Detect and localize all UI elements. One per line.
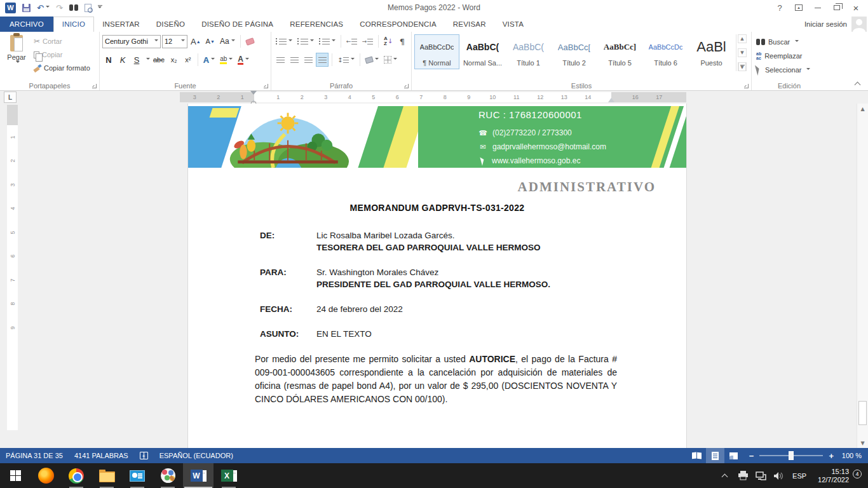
tab-revisar[interactable]: REVISAR <box>445 17 494 32</box>
superscript-button[interactable]: x² <box>182 53 194 67</box>
zoom-slider[interactable] <box>759 455 823 456</box>
increase-indent-button[interactable]: → <box>360 34 375 48</box>
style-normal-sa[interactable]: AaBbC(Normal Sa... <box>460 34 505 69</box>
tab-diseno[interactable]: DISEÑO <box>148 17 193 32</box>
shrink-font-button[interactable]: A▼ <box>204 34 217 48</box>
borders-button[interactable] <box>382 53 399 67</box>
justify-button[interactable] <box>316 53 329 67</box>
dialog-launcher-portapapeles[interactable] <box>92 84 97 88</box>
style-titulo-6[interactable]: AaBbCcDcTítulo 6 <box>643 34 688 69</box>
shading-button[interactable] <box>363 53 381 67</box>
tray-language[interactable]: ESP <box>789 463 810 488</box>
scroll-up-button[interactable]: ▲ <box>857 104 868 114</box>
customize-qat-button[interactable] <box>98 5 102 10</box>
scroll-down-button[interactable]: ▼ <box>857 438 868 448</box>
tab-referencias[interactable]: REFERENCIAS <box>281 17 351 32</box>
web-layout-button[interactable] <box>724 448 743 463</box>
style-normal[interactable]: AaBbCcDc¶ Normal <box>414 34 459 69</box>
styles-scroll-up-button[interactable]: ▲ <box>738 34 747 43</box>
show-paragraph-marks-button[interactable]: ¶ <box>396 34 409 48</box>
tab-diseno-de-pagina[interactable]: DISEÑO DE PÁGINA <box>193 17 281 32</box>
word-app-icon[interactable]: W <box>5 3 16 13</box>
multilevel-list-button[interactable] <box>317 34 337 48</box>
font-color-button[interactable]: A <box>236 53 251 67</box>
word-count[interactable]: 4141 PALABRAS <box>69 448 134 463</box>
vertical-ruler[interactable]: 123456789 <box>7 105 18 448</box>
right-indent-marker[interactable] <box>608 95 614 102</box>
select-button[interactable]: Seleccionar <box>754 64 824 76</box>
line-spacing-button[interactable]: ↕ <box>336 53 356 67</box>
taskbar-chrome[interactable] <box>61 463 92 488</box>
tab-insertar[interactable]: INSERTAR <box>94 17 148 32</box>
dialog-launcher-fuente[interactable] <box>264 84 268 88</box>
bold-button[interactable]: N <box>102 53 115 67</box>
style-puesto[interactable]: AaBlPuesto <box>689 34 734 69</box>
align-center-button[interactable] <box>288 53 301 67</box>
proofing-status[interactable]: × <box>134 448 154 463</box>
zoom-level[interactable]: 100 % <box>840 452 868 459</box>
clear-formatting-button[interactable] <box>244 34 257 48</box>
replace-button[interactable]: abacReemplazar <box>754 50 824 62</box>
sign-in-button[interactable]: Iniciar sesión <box>804 17 868 32</box>
tab-vista[interactable]: VISTA <box>494 17 532 32</box>
ribbon-display-options-button[interactable]: ▲ <box>789 1 808 15</box>
taskbar-word[interactable]: W <box>183 463 214 488</box>
text-highlight-button[interactable]: ab <box>218 53 234 67</box>
italic-button[interactable]: K <box>116 53 129 67</box>
taskbar-firefox[interactable] <box>31 463 61 488</box>
paste-button[interactable]: Pegar <box>4 34 29 74</box>
print-layout-button[interactable] <box>706 448 724 463</box>
taskbar-system-tool[interactable] <box>122 463 153 488</box>
minimize-button[interactable] <box>808 1 827 15</box>
taskbar-paint[interactable] <box>153 463 183 488</box>
text-effects-button[interactable]: A <box>201 53 217 67</box>
sort-button[interactable]: AZ↓ <box>382 34 395 48</box>
vertical-scrollbar[interactable]: ▲ ▼ <box>857 104 868 448</box>
tab-inicio[interactable]: INICIO <box>53 17 94 32</box>
save-button[interactable] <box>22 4 31 12</box>
close-button[interactable]: × <box>846 1 865 15</box>
align-left-button[interactable] <box>274 53 287 67</box>
tab-correspondencia[interactable]: CORRESPONDENCIA <box>351 17 445 32</box>
underline-dropdown-icon[interactable] <box>146 58 150 62</box>
document-page[interactable]: RUC : 1768120600001 ☎(02)2773220 / 27733… <box>187 104 687 448</box>
find-button-qat[interactable] <box>69 4 78 11</box>
style-titulo-1[interactable]: AaBbC(Título 1 <box>506 34 551 69</box>
read-mode-button[interactable] <box>688 448 706 463</box>
redo-button[interactable]: ↷ <box>56 3 63 13</box>
tray-clock[interactable]: 15:13 12/7/2022 <box>813 468 854 484</box>
undo-button[interactable]: ↶ <box>37 3 50 13</box>
grow-font-button[interactable]: A▲ <box>189 34 203 48</box>
strikethrough-button[interactable]: abc <box>151 53 166 67</box>
tray-volume[interactable] <box>771 463 786 488</box>
zoom-out-button[interactable]: − <box>749 451 754 461</box>
tray-printer[interactable] <box>735 463 750 488</box>
taskbar-excel[interactable]: X <box>214 463 244 488</box>
tray-expand-button[interactable] <box>717 463 733 488</box>
font-size-combobox[interactable]: 12 <box>162 35 187 48</box>
page-indicator[interactable]: PÁGINA 31 DE 35 <box>0 448 69 463</box>
taskbar-file-explorer[interactable] <box>92 463 122 488</box>
bullets-button[interactable] <box>274 34 294 48</box>
change-case-button[interactable]: Aa <box>218 34 237 48</box>
print-preview-button[interactable] <box>85 4 92 12</box>
restore-button[interactable] <box>827 1 846 15</box>
help-button[interactable]: ? <box>770 1 789 15</box>
find-button[interactable]: Buscar <box>754 36 824 48</box>
styles-more-button[interactable]: ▼ <box>738 62 747 71</box>
collapse-ribbon-button[interactable] <box>855 81 860 86</box>
style-titulo-5[interactable]: AaBbCc]Título 5 <box>597 34 642 69</box>
align-right-button[interactable] <box>302 53 315 67</box>
tab-archivo[interactable]: ARCHIVO <box>0 17 53 32</box>
numbering-button[interactable] <box>295 34 316 48</box>
subscript-button[interactable]: x₂ <box>168 53 180 67</box>
cut-button[interactable]: ✂Cortar <box>32 36 92 47</box>
format-painter-button[interactable]: Copiar formato <box>32 62 92 74</box>
zoom-in-button[interactable]: + <box>829 451 834 461</box>
decrease-indent-button[interactable]: ← <box>344 34 359 48</box>
dialog-launcher-parrafo[interactable] <box>404 84 409 88</box>
tab-stop-selector[interactable]: L <box>4 92 17 103</box>
style-titulo-2[interactable]: AaBbCc[Título 2 <box>552 34 597 69</box>
zoom-slider-thumb[interactable] <box>789 451 794 460</box>
start-button[interactable] <box>0 463 31 488</box>
